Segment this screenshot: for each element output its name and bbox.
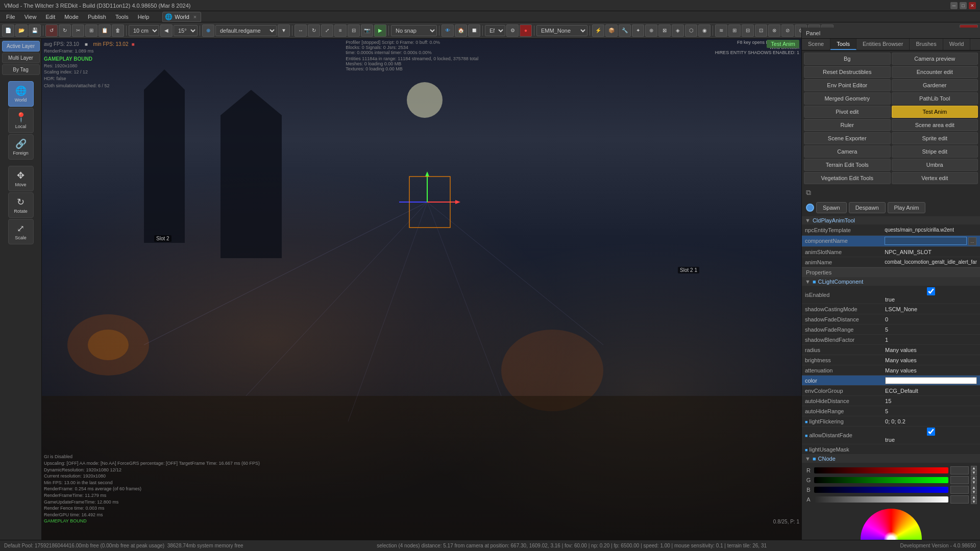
prop-shadowFadeRange-value[interactable]: 5 [882,324,980,335]
tab-world[interactable]: World [943,39,971,50]
scale-btn[interactable]: ⤢ Scale [8,219,34,244]
pathlib-tool-btn[interactable]: PathLib Tool [892,92,978,105]
terrain-edit-btn[interactable]: Terrain Edit Tools [804,159,891,171]
tb-target[interactable]: ⊕ [202,24,214,37]
r-down[interactable]: ▼ [971,470,977,475]
a-value[interactable]: 255 [950,495,969,504]
umbra-btn[interactable]: Umbra [892,159,978,171]
tb-undo[interactable]: ↺ [45,24,58,37]
vertex-edit-btn[interactable]: Vertex edit [892,172,978,184]
tb-extra6[interactable]: ⊘ [781,24,794,37]
component-edit-btn[interactable]: … [968,237,976,245]
scene-area-edit-btn[interactable]: Scene area edit [892,119,978,131]
tb-extra5[interactable]: ⊗ [768,24,780,37]
allowFade-checkbox[interactable] [885,428,977,436]
a-spinner[interactable]: ▲ ▼ [971,495,977,504]
tb-ent3[interactable]: 🔧 [619,24,631,37]
component-name-input[interactable] [885,237,967,245]
b-slider[interactable] [814,487,948,493]
menu-tools[interactable]: Tools [111,13,133,21]
viewport[interactable]: avg FPS: 23.10 ■ min FPS: 13.02 ■ Render… [42,39,801,540]
tb-camera[interactable]: 📷 [361,24,373,37]
env-point-editor-btn[interactable]: Env Point Editor [804,79,891,91]
color-swatch[interactable] [885,377,977,384]
b-down[interactable]: ▼ [971,490,977,494]
anim-field-2-value[interactable]: NPC_ANIM_SLOT [881,247,980,257]
pivot-edit-btn[interactable]: Pivot edit [804,106,891,118]
isEnabled-checkbox[interactable] [885,287,977,295]
g-value[interactable]: 255 [950,476,969,484]
tb-extra2[interactable]: ⊞ [728,24,741,37]
tab-tools[interactable]: Tools [830,39,856,50]
prop-shadowBlend-value[interactable]: 1 [882,335,980,345]
camera-preview-btn[interactable]: Camera preview [892,53,978,65]
tb-record-stop[interactable]: ● [520,24,532,37]
g-up[interactable]: ▲ [971,475,977,480]
ruler-btn[interactable]: Ruler [804,119,891,131]
tb-copy[interactable]: ⊞ [85,24,97,37]
tb-extra4[interactable]: ⊡ [755,24,767,37]
scene-exporter-btn[interactable]: Scene Exporter [804,132,891,144]
stripe-edit-btn[interactable]: Stripe edit [892,145,978,158]
move-btn[interactable]: ✥ Move [8,166,34,191]
tb-flip[interactable]: ⊟ [348,24,360,37]
tb-vis2[interactable]: 🏠 [455,24,467,37]
menu-view[interactable]: View [20,13,41,21]
snap-dropdown[interactable]: No snap [391,25,437,36]
tb-scale[interactable]: ⤢ [321,24,333,37]
tb-open[interactable]: 📂 [15,24,28,37]
tb-vis3[interactable]: 🔲 [468,24,480,37]
prop-shadowCasting-value[interactable]: LSCM_None [882,304,980,314]
prop-autoHideRange-value[interactable]: 5 [882,406,980,416]
b-spinner[interactable]: ▲ ▼ [971,485,977,494]
b-up[interactable]: ▲ [971,485,977,490]
color-wheel-wrapper[interactable] [861,509,922,540]
prop-lightUsage-value[interactable] [882,444,980,455]
tb-extra3[interactable]: ⊟ [742,24,754,37]
minimize-button[interactable]: ─ [950,2,958,9]
menu-help[interactable]: Help [134,13,154,21]
menu-mode[interactable]: Mode [60,13,83,21]
tb-align[interactable]: ≡ [334,24,347,37]
maximize-button[interactable]: □ [960,2,967,9]
active-layer-btn[interactable]: Active Layer [2,41,40,52]
tb-extra1[interactable]: ≋ [715,24,727,37]
anim-field-3-value[interactable]: combat_locomotion_geralt_idle_alert_far [881,257,980,267]
a-down[interactable]: ▼ [971,499,977,504]
world-layer-btn[interactable]: 🌐 World [8,81,34,107]
tb-rotate[interactable]: ↻ [308,24,320,37]
bg-btn[interactable]: Bg [804,53,891,65]
emm-dropdown[interactable]: EMM_None [536,25,587,36]
merged-geometry-btn[interactable]: Merged Geometry [804,92,891,105]
b-value[interactable]: 255 [950,486,969,494]
prop-lightFlicker-value[interactable]: 0; 0; 0.2 [882,416,980,427]
tb-ent5[interactable]: ⊕ [645,24,657,37]
spawn-button[interactable]: Spawn [816,202,847,213]
angle-dropdown[interactable]: 15° [174,25,198,36]
tb-ent7[interactable]: ◈ [672,24,684,37]
prop-brightness-value[interactable]: Many values [882,355,980,365]
tb-settings[interactable]: ▼ [278,24,290,37]
prop-allowFade-value[interactable]: true [882,427,980,444]
tb-ent6[interactable]: ⊠ [658,24,671,37]
anim-field-0-value[interactable]: quests/main_npcs/cirilla.w2ent [881,225,980,235]
unit-dropdown[interactable]: 10 cm [129,25,159,36]
tb-save[interactable]: 💾 [29,24,41,37]
close-button[interactable]: ✕ [969,2,976,9]
menu-file[interactable]: File [2,13,19,21]
r-up[interactable]: ▲ [971,466,977,470]
tb-ent8[interactable]: ⬡ [685,24,697,37]
tb-ent2[interactable]: 📦 [605,24,618,37]
gardener-btn[interactable]: Gardener [892,79,978,91]
tb-delete[interactable]: 🗑 [112,24,124,37]
tb-move[interactable]: ↔ [295,24,307,37]
tb-ent1[interactable]: ⚡ [592,24,604,37]
menu-edit[interactable]: Edit [41,13,59,21]
redgame-dropdown[interactable]: default.redgame [215,25,277,36]
camera-btn[interactable]: Camera [804,145,891,158]
test-anim-btn[interactable]: Test Anim [892,106,978,118]
color-wheel-container[interactable] [802,507,980,540]
tab-brushes[interactable]: Brushes [910,39,943,50]
sprite-edit-btn[interactable]: Sprite edit [892,132,978,144]
tb-gear[interactable]: ⚙ [506,24,519,37]
